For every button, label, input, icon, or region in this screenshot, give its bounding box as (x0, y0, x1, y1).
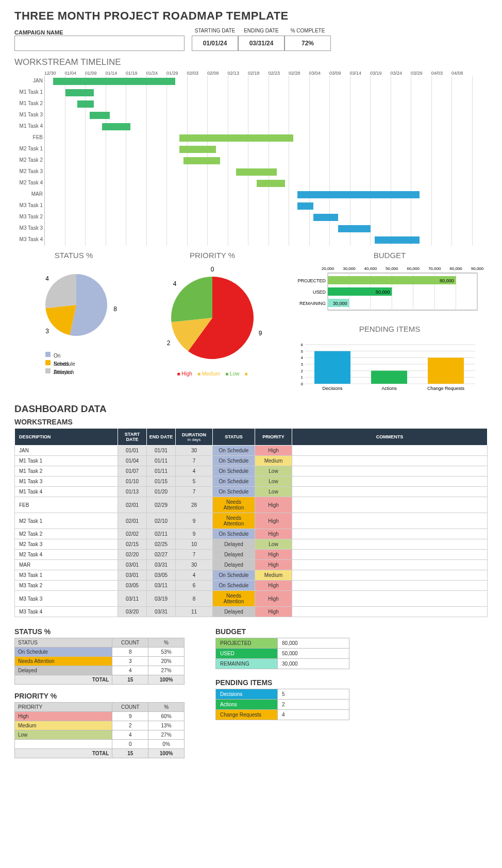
svg-text:80,000: 80,000 (440, 278, 454, 283)
percent-complete-value: 72% (285, 36, 331, 51)
svg-text:3: 3 (301, 362, 304, 367)
svg-text:9: 9 (259, 330, 262, 337)
table-row: M1 Task 401/1301/207On ScheduleLow (15, 487, 488, 497)
table-row: M3 Task 303/1103/198Needs AttentionHigh (15, 591, 488, 607)
svg-text:4: 4 (301, 355, 304, 360)
status-pie-chart: STATUS % 834 On Schedule Needs Attention… (14, 251, 133, 394)
svg-text:Actions: Actions (381, 386, 397, 391)
col-priority: PRIORITY (255, 429, 292, 446)
svg-text:80,000: 80,000 (449, 266, 462, 271)
table-row: M1 Task 201/0701/114On ScheduleLow (15, 466, 488, 476)
svg-rect-49 (371, 371, 407, 384)
svg-text:50,000: 50,000 (376, 290, 390, 295)
svg-text:3: 3 (45, 328, 49, 335)
svg-text:PROJECTED: PROJECTED (297, 278, 326, 283)
table-row: M2 Task 202/0202/119On ScheduleHigh (15, 529, 488, 539)
status-table: STATUSCOUNT% On Schedule853%Needs Attent… (14, 638, 185, 685)
svg-text:1: 1 (301, 375, 304, 380)
svg-text:0: 0 (211, 266, 214, 273)
svg-text:8: 8 (113, 305, 117, 313)
svg-text:30,000: 30,000 (333, 301, 347, 306)
starting-date-value: 01/01/24 (192, 36, 238, 51)
svg-text:USED: USED (313, 290, 326, 295)
percent-complete-label: % COMPLETE (285, 28, 331, 33)
campaign-label: CAMPAIGN NAME (14, 29, 185, 36)
table-row: M1 Task 101/0401/117On ScheduleMedium (15, 456, 488, 466)
status-chart-title: STATUS % (14, 251, 133, 260)
table-row: M3 Task 103/0103/054On ScheduleMedium (15, 570, 488, 581)
priority-section-title: PRIORITY % (14, 692, 185, 700)
svg-text:4: 4 (173, 280, 177, 287)
ending-date-value: 03/31/24 (238, 36, 285, 51)
dashboard-data-title: DASHBOARD DATA (14, 403, 488, 415)
status-section-title: STATUS % (14, 627, 185, 636)
col-status: STATUS (213, 429, 255, 446)
header-info: CAMPAIGN NAME STARTING DATE 01/01/24 END… (14, 28, 488, 51)
table-row: M3 Task 403/2003/3111DelayedHigh (15, 607, 488, 617)
timeline-title: WORKSTREAM TIMELINE (14, 57, 488, 67)
table-row: M2 Task 302/1502/2510DelayedLow (15, 539, 488, 550)
page-title: THREE MONTH PROJECT ROADMAP TEMPLATE (14, 9, 488, 23)
svg-text:4: 4 (45, 275, 49, 282)
status-legend: On Schedule Needs Attention Delayed (45, 350, 133, 375)
col-description: DESCRIPTION (15, 429, 118, 446)
svg-text:5: 5 (301, 349, 304, 354)
table-row: M3 Task 203/0503/116On ScheduleHigh (15, 581, 488, 591)
ending-date-label: ENDING DATE (238, 28, 285, 33)
svg-rect-51 (428, 358, 464, 384)
workstreams-title: WORKSTREAMS (14, 418, 488, 426)
pending-table: Decisions5Actions2Change Requests4 (215, 689, 349, 720)
svg-text:70,000: 70,000 (428, 266, 441, 271)
col-start: START DATE (118, 429, 147, 446)
budget-table: PROJECTED80,000USED50,000REMAINING30,000 (215, 638, 349, 669)
table-row: JAN01/0101/3130On ScheduleHigh (15, 446, 488, 456)
svg-text:6: 6 (301, 343, 304, 347)
pending-bar-chart: 0123456DecisionsActionsChange Requests (292, 337, 488, 394)
workstreams-table: DESCRIPTION START DATE END DATE DURATION… (14, 428, 488, 617)
table-row: M2 Task 102/0102/109Needs AttentionHigh (15, 513, 488, 529)
svg-text:Decisions: Decisions (322, 386, 343, 391)
table-row: FEB02/0102/2928Needs AttentionHigh (15, 497, 488, 513)
pending-section-title: PENDING ITEMS (215, 678, 349, 687)
budget-section-title: BUDGET (215, 627, 349, 636)
gantt-chart: 12/3001/0401/0901/1401/1901/2401/2902/03… (14, 71, 488, 246)
priority-pie-chart: PRIORITY % 9240 High Medium Low (153, 251, 272, 394)
svg-text:60,000: 60,000 (407, 266, 420, 271)
col-comments: COMMENTS (292, 429, 488, 446)
priority-table: PRIORITYCOUNT% High960%Medium213%Low427%… (14, 702, 185, 758)
starting-date-label: STARTING DATE (192, 28, 238, 33)
svg-text:90,000: 90,000 (471, 266, 484, 271)
campaign-name-input[interactable] (14, 36, 185, 51)
svg-text:REMAINING: REMAINING (299, 301, 326, 306)
svg-text:2: 2 (167, 339, 171, 347)
svg-text:2: 2 (301, 369, 304, 373)
col-duration: DURATIONin days (176, 429, 213, 446)
svg-text:20,000: 20,000 (322, 266, 334, 271)
col-end: END DATE (147, 429, 176, 446)
svg-text:0: 0 (301, 382, 304, 386)
table-row: M2 Task 402/2002/277DelayedHigh (15, 550, 488, 560)
pending-chart-title: PENDING ITEMS (292, 325, 488, 333)
svg-text:Change Requests: Change Requests (427, 386, 465, 391)
table-row: MAR03/0103/3130DelayedHigh (15, 560, 488, 570)
svg-rect-47 (314, 351, 350, 384)
svg-text:40,000: 40,000 (364, 266, 377, 271)
svg-text:50,000: 50,000 (386, 266, 398, 271)
svg-text:30,000: 30,000 (343, 266, 356, 271)
budget-bar-chart: 20,00030,00040,00050,00060,00070,00080,0… (292, 264, 488, 320)
priority-legend: High Medium Low (153, 371, 272, 377)
priority-chart-title: PRIORITY % (153, 251, 272, 260)
svg-rect-24 (328, 276, 456, 284)
table-row: M1 Task 301/1001/155On ScheduleLow (15, 476, 488, 487)
budget-chart-title: BUDGET (292, 251, 488, 260)
